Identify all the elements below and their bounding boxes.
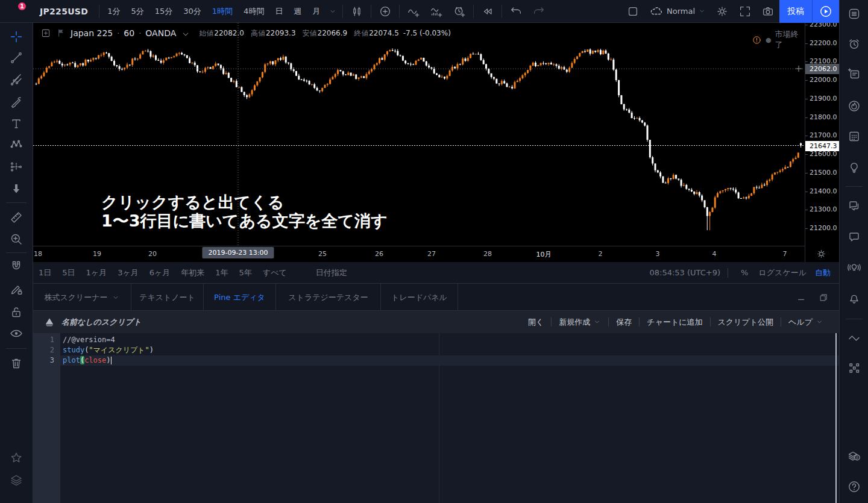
crosshair-button[interactable]: [6, 27, 27, 47]
alert-plus-button[interactable]: [448, 0, 471, 23]
alerts-button[interactable]: [844, 34, 864, 54]
pitchfork-button[interactable]: [6, 70, 27, 90]
symbol-button[interactable]: JP225USD: [31, 0, 96, 23]
pine-action-スクリプト公開[interactable]: スクリプト公開: [711, 317, 781, 328]
code-line-1[interactable]: //@version=4: [60, 335, 115, 345]
log-scale-button[interactable]: ログスケール: [753, 267, 811, 278]
interval-button-1分[interactable]: 1分: [102, 6, 125, 17]
play-button[interactable]: [812, 0, 839, 23]
tab-ストラテジーテスター[interactable]: ストラテジーテスター: [276, 284, 381, 311]
drawing-lock-button[interactable]: [6, 279, 27, 299]
brush-button[interactable]: [6, 92, 27, 112]
interval-expand-button[interactable]: [326, 0, 340, 23]
code-editor[interactable]: 123 //@version=4study("マイスクリプト")plot(clo…: [33, 333, 839, 503]
range-button-3ヶ月[interactable]: 3ヶ月: [112, 267, 144, 278]
interval-button-1時間[interactable]: 1時間: [207, 6, 238, 17]
ruler-button[interactable]: [6, 207, 27, 228]
interval-button-5分[interactable]: 5分: [125, 6, 149, 17]
range-button-5年[interactable]: 5年: [234, 267, 257, 278]
private-chat-button[interactable]: [844, 227, 864, 247]
compare-button[interactable]: [374, 0, 397, 23]
help-button[interactable]: [844, 476, 864, 497]
ideas-button[interactable]: [844, 157, 864, 178]
range-button-5日[interactable]: 5日: [57, 267, 80, 278]
percent-scale-button[interactable]: %: [735, 268, 753, 277]
code-line-3[interactable]: plot(close): [60, 355, 839, 366]
axis-settings-button[interactable]: [816, 248, 827, 260]
forecast-button[interactable]: [6, 157, 27, 177]
clock-label[interactable]: 08:54:53 (UTC+9): [650, 268, 721, 277]
add-symbol-icon[interactable]: [40, 28, 51, 39]
tab-トレードパネル[interactable]: トレードパネル: [381, 284, 458, 311]
public-chat-button[interactable]: [844, 195, 864, 216]
range-button-1ヶ月[interactable]: 1ヶ月: [81, 267, 113, 278]
tab-テキストノート[interactable]: テキストノート: [131, 284, 204, 311]
chart-canvas[interactable]: Japan 225 · 60 · OANDA 始値22082.0高値22093.…: [33, 23, 805, 262]
panel-minimize-button[interactable]: [794, 291, 808, 304]
interval-button-30分[interactable]: 30分: [178, 6, 207, 17]
warning-icon[interactable]: [752, 35, 762, 45]
price-axis[interactable]: 22300.022200.022100.022000.021900.021800…: [805, 23, 839, 262]
interval-button-週[interactable]: 週: [288, 6, 307, 17]
range-button-すべて[interactable]: すべて: [257, 267, 292, 278]
main-menu-button[interactable]: 1: [0, 0, 31, 23]
legend-symbol-title[interactable]: Japan 225: [71, 28, 113, 38]
hide-drawings-button[interactable]: [6, 323, 27, 343]
remove-drawings-button[interactable]: [6, 353, 27, 373]
lock-button[interactable]: [6, 302, 27, 322]
trend-line-button[interactable]: [6, 48, 27, 68]
undo-button[interactable]: [505, 0, 527, 23]
panel-maximize-button[interactable]: [817, 291, 830, 304]
candles-style-button[interactable]: [345, 0, 368, 23]
chart-settings-button[interactable]: [711, 0, 734, 23]
hotlist-button[interactable]: [844, 96, 864, 116]
xabcd-pattern-button[interactable]: [6, 134, 27, 155]
arrow-marker-button[interactable]: [6, 178, 27, 199]
flag-icon[interactable]: [55, 28, 66, 39]
pine-action-チャートに追加[interactable]: チャートに追加: [640, 317, 709, 328]
interval-button-15分[interactable]: 15分: [149, 6, 178, 17]
watchlist-button[interactable]: [844, 4, 864, 24]
calendar-button[interactable]: [844, 126, 864, 146]
auto-scale-button[interactable]: 自動: [811, 267, 839, 278]
magnet-button[interactable]: [6, 256, 27, 276]
interval-button-月[interactable]: 月: [307, 6, 326, 17]
object-tree-button[interactable]: [6, 470, 27, 490]
add-alert-plus-icon[interactable]: [794, 64, 804, 73]
indicator-templates-button[interactable]: [425, 0, 448, 23]
publish-button[interactable]: 投稿: [779, 0, 812, 23]
snapshot-button[interactable]: [756, 0, 779, 23]
redo-button[interactable]: [527, 0, 550, 23]
range-button-1日[interactable]: 1日: [33, 267, 57, 278]
notifications-button[interactable]: [844, 288, 864, 308]
layout-select-button[interactable]: [621, 0, 644, 23]
tab-株式スクリーナー[interactable]: 株式スクリーナー: [33, 284, 131, 311]
code-line-2[interactable]: study("マイスクリプト"): [60, 345, 154, 355]
pine-action-開く[interactable]: 開く: [521, 317, 551, 328]
pine-action-ヘルプ[interactable]: ヘルプ: [781, 317, 831, 328]
cloud-mode-button[interactable]: Normal: [644, 0, 711, 23]
range-button-6ヶ月[interactable]: 6ヶ月: [144, 267, 176, 278]
data-window-button[interactable]: [844, 64, 864, 84]
bar-replay-button[interactable]: [476, 0, 499, 23]
favorites-button[interactable]: [6, 448, 27, 468]
legend-interval[interactable]: 60: [124, 28, 134, 38]
text-tool-button[interactable]: [6, 113, 27, 134]
beta-features-button[interactable]: β: [844, 446, 864, 467]
dom-button[interactable]: [844, 358, 864, 378]
zoom-in-button[interactable]: [6, 229, 27, 249]
fullscreen-button[interactable]: [734, 0, 756, 23]
chevron-down-icon[interactable]: [180, 29, 189, 37]
range-button-1年[interactable]: 1年: [210, 267, 233, 278]
editor-scrollbar[interactable]: [835, 333, 837, 503]
time-axis[interactable]: 1819203:002526272810月2347 2019-09-23 13:…: [33, 246, 805, 262]
interval-button-日[interactable]: 日: [269, 6, 288, 17]
tab-Pine エディタ[interactable]: Pine エディタ: [204, 284, 276, 311]
interval-button-4時間[interactable]: 4時間: [238, 6, 269, 17]
streams-button[interactable]: [844, 257, 864, 278]
go-to-date-button[interactable]: 日付指定: [310, 267, 353, 278]
pine-action-保存[interactable]: 保存: [609, 317, 639, 328]
pine-action-新規作成[interactable]: 新規作成: [552, 317, 608, 328]
indicators-button[interactable]: [402, 0, 425, 23]
legend-exchange[interactable]: OANDA: [145, 28, 176, 38]
